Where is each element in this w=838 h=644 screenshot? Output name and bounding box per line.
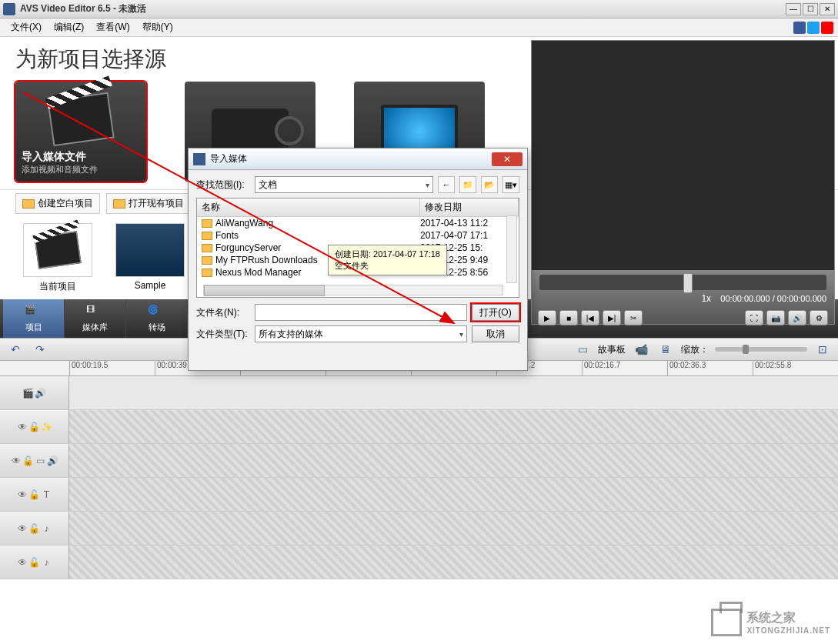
audio-track[interactable]: 👁 🔓 ♪ [0, 512, 838, 546]
timeline-tracks: 🎬 🔊 👁 🔓 ✨ 👁 🔓 ▭ 🔊 👁 🔓 T 👁 🔓 [0, 376, 838, 579]
menu-file[interactable]: 文件(X) [5, 19, 48, 35]
file-row[interactable]: AliWangWang2017-04-13 11:2 [197, 217, 519, 229]
new-folder-button[interactable]: 📂 [481, 176, 498, 193]
fullscreen-button[interactable]: ⛶ [745, 310, 763, 325]
back-button[interactable]: ← [438, 176, 455, 193]
split-button[interactable]: ✂ [624, 310, 643, 325]
ruler-mark: 00:02:55.8 [753, 361, 838, 375]
file-list-vscrollbar[interactable] [506, 215, 517, 283]
twitter-icon[interactable] [807, 22, 820, 34]
playback-speed: 1x [701, 293, 711, 304]
lock-icon[interactable]: 🔓 [29, 489, 40, 500]
prev-frame-button[interactable]: |◀ [581, 310, 599, 325]
watermark-sub: XITONGZHIJIA.NET [746, 626, 830, 635]
storyboard-label[interactable]: 故事板 [598, 343, 626, 356]
open-button[interactable]: 打开(O) [472, 304, 519, 321]
file-row[interactable]: Fonts2017-04-07 17:1 [197, 229, 519, 242]
webcam-button[interactable]: 📹 [632, 342, 650, 357]
create-blank-project-button[interactable]: 创建空白项目 [15, 193, 100, 214]
file-name: AliWangWang [215, 218, 273, 229]
text-track-head: 👁 🔓 T [0, 478, 69, 511]
eye-icon[interactable]: 👁 [17, 523, 28, 534]
redo-button[interactable]: ↷ [31, 342, 49, 357]
dialog-title: 导入媒体 [210, 152, 492, 165]
lookin-dropdown[interactable]: 文档 [255, 176, 433, 193]
stop-button[interactable]: ■ [559, 310, 578, 325]
file-list-hscrollbar[interactable] [203, 285, 503, 295]
menubar: 文件(X) 编辑(Z) 查看(W) 帮助(Y) [0, 18, 838, 37]
file-name: My FTPRush Downloads [215, 255, 318, 265]
menu-help[interactable]: 帮助(Y) [136, 19, 179, 35]
file-date: 2017-04-13 11:2 [420, 218, 519, 229]
watermark-icon [711, 609, 742, 636]
snapshot-button[interactable]: 📷 [766, 310, 785, 325]
lookin-value: 文档 [259, 179, 277, 192]
filename-label: 文件名(N): [196, 306, 250, 319]
undo-button[interactable]: ↶ [6, 342, 25, 357]
clapperboard-icon [34, 231, 81, 269]
sample-thumb[interactable]: Sample [115, 223, 185, 293]
tab-media-library[interactable]: 🎞 媒体库 [65, 299, 126, 338]
audio-track-2-head: 👁 🔓 ♪ [0, 546, 69, 579]
fx-icon: ✨ [42, 422, 52, 432]
volume-button[interactable]: 🔊 [788, 310, 806, 325]
play-button[interactable]: ▶ [538, 310, 556, 325]
column-date[interactable]: 修改日期 [420, 199, 519, 216]
import-media-tile[interactable]: 导入媒体文件 添加视频和音频文件 [15, 82, 146, 182]
lock-icon[interactable]: 🔓 [29, 422, 40, 432]
menu-view[interactable]: 查看(W) [90, 19, 135, 35]
import-media-dialog: 导入媒体 ✕ 查找范围(I): 文档 ← 📁 📂 ▦▾ 名称 修改日期 AliW… [188, 148, 528, 371]
time-current: 00:00:00.000 [720, 294, 770, 303]
overlay-track[interactable]: 👁 🔓 ▭ 🔊 [0, 444, 838, 478]
file-date: 2017-04-07 17:1 [420, 230, 519, 241]
zoom-slider[interactable] [715, 347, 807, 352]
filetype-dropdown[interactable]: 所有支持的媒体 [255, 325, 467, 342]
preview-seek-slider[interactable] [539, 275, 826, 290]
speaker-icon: 🔊 [35, 388, 46, 399]
open-existing-project-button[interactable]: 打开现有项目 [106, 193, 191, 214]
dialog-close-button[interactable]: ✕ [492, 152, 522, 166]
close-button[interactable]: ✕ [820, 3, 835, 15]
eye-icon[interactable]: 👁 [11, 455, 22, 466]
youtube-icon[interactable] [821, 22, 833, 34]
clapperboard-icon [47, 92, 115, 146]
time-total: 00:00:00.000 [777, 294, 826, 303]
lock-icon[interactable]: 🔓 [29, 523, 40, 534]
cancel-button[interactable]: 取消 [472, 325, 519, 342]
column-name[interactable]: 名称 [197, 199, 420, 216]
audio-track-head: 👁 🔓 ♪ [0, 512, 69, 545]
minimize-button[interactable]: — [786, 3, 801, 15]
filename-input[interactable] [255, 304, 467, 321]
eye-icon[interactable]: 👁 [17, 489, 28, 500]
text-track[interactable]: 👁 🔓 T [0, 478, 838, 512]
file-list: 名称 修改日期 AliWangWang2017-04-13 11:2Fonts2… [196, 198, 519, 298]
video-track[interactable]: 🎬 🔊 [0, 376, 838, 410]
import-tile-title: 导入媒体文件 [22, 150, 140, 164]
video-track-head: 🎬 🔊 [0, 376, 69, 409]
facebook-icon[interactable] [793, 22, 806, 34]
next-frame-button[interactable]: ▶| [603, 310, 621, 325]
tooltip-line2: 空文件夹 [335, 260, 440, 272]
lock-icon[interactable]: 🔓 [23, 455, 34, 466]
timeline-view-button[interactable]: ▭ [573, 342, 592, 357]
preview-panel: 1x 00:00:00.000 / 00:00:00.000 ▶ ■ |◀ ▶|… [531, 40, 835, 325]
lock-icon[interactable]: 🔓 [29, 557, 40, 568]
audio-icon: ♪ [42, 523, 52, 534]
audio-track-2[interactable]: 👁 🔓 ♪ [0, 546, 838, 579]
current-project-thumb[interactable]: 当前项目 [23, 223, 92, 293]
maximize-button[interactable]: ☐ [803, 3, 818, 15]
menu-edit[interactable]: 编辑(Z) [48, 19, 90, 35]
view-menu-button[interactable]: ▦▾ [502, 176, 519, 193]
effects-track[interactable]: 👁 🔓 ✨ [0, 410, 838, 444]
sample-label: Sample [115, 280, 185, 291]
zoom-fit-button[interactable]: ⊡ [813, 342, 832, 357]
monitor-button[interactable]: 🖥 [656, 342, 675, 357]
settings-button[interactable]: ⚙ [810, 310, 828, 325]
up-folder-button[interactable]: 📁 [459, 176, 476, 193]
tab-transition[interactable]: 🌀 转场 [126, 299, 188, 338]
dialog-titlebar[interactable]: 导入媒体 ✕ [189, 148, 527, 170]
eye-icon[interactable]: 👁 [17, 557, 28, 568]
tab-project[interactable]: 🎬 项目 [3, 299, 65, 338]
eye-icon[interactable]: 👁 [17, 422, 28, 432]
ruler-mark: 00:02:16.7 [582, 361, 667, 375]
